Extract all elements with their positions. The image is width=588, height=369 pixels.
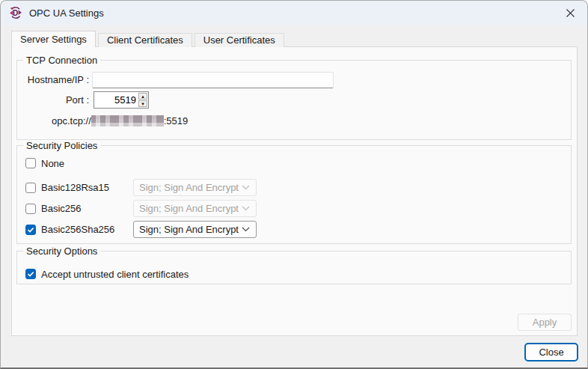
mode-dropdown-basic256sha256[interactable]: Sign; Sign And Encrypt <box>133 221 257 238</box>
window-close-button[interactable] <box>553 1 587 25</box>
accept-untrusted-row: Accept untrusted client certificates <box>25 267 189 281</box>
policy-row-basic256sha256: Basic256Sha256 <box>25 221 114 238</box>
group-security-options: Security Options Accept untrusted client… <box>16 251 572 284</box>
port-input[interactable] <box>94 92 138 108</box>
titlebar: D OPC UA Settings <box>1 1 587 25</box>
checkbox-none[interactable] <box>25 158 36 168</box>
accept-untrusted-label: Accept untrusted client certificates <box>41 269 189 280</box>
endpoint-url-suffix: :5519 <box>164 115 189 126</box>
mode-value: Sign; Sign And Encrypt <box>139 203 239 214</box>
policy-label-none: None <box>41 158 64 169</box>
tab-client-certificates[interactable]: Client Certificates <box>98 33 192 47</box>
window-title: OPC UA Settings <box>29 7 104 19</box>
policy-label-basic256: Basic256 <box>41 203 81 214</box>
spinner-down-button[interactable]: ▼ <box>138 100 147 107</box>
check-icon <box>27 270 34 278</box>
group-security-policies: Security Policies None Basic128Rsa15 Sig… <box>16 145 572 244</box>
arrow-up-icon: ▲ <box>141 94 145 99</box>
tab-user-certificates[interactable]: User Certificates <box>195 33 284 47</box>
chevron-down-icon <box>242 227 250 232</box>
port-spinbox: ▲ ▼ <box>94 91 149 109</box>
endpoint-url: opc.tcp://:5519 <box>52 115 188 127</box>
svg-text:D: D <box>13 9 18 17</box>
chevron-down-icon <box>242 185 250 190</box>
endpoint-url-prefix: opc.tcp:// <box>52 115 91 126</box>
checkbox-basic256sha256[interactable] <box>25 225 36 235</box>
tab-server-settings[interactable]: Server Settings <box>11 31 96 47</box>
port-label: Port : <box>23 91 89 109</box>
apply-button: Apply <box>518 314 572 331</box>
group-tcp-connection: TCP Connection Hostname/IP : Port : ▲ ▼ … <box>16 60 572 140</box>
spinner-up-button[interactable]: ▲ <box>138 93 147 100</box>
mode-dropdown-basic128rsa15: Sign; Sign And Encrypt <box>133 179 257 196</box>
app-icon: D <box>9 6 22 19</box>
security-options-legend: Security Options <box>23 246 100 257</box>
policy-label-basic256sha256: Basic256Sha256 <box>41 224 114 235</box>
tab-strip: Server Settings Client Certificates User… <box>11 31 284 47</box>
port-spinner: ▲ ▼ <box>138 92 148 108</box>
security-policies-legend: Security Policies <box>23 140 100 151</box>
mode-dropdown-basic256: Sign; Sign And Encrypt <box>133 200 257 217</box>
mode-value: Sign; Sign And Encrypt <box>139 182 239 193</box>
check-icon <box>27 226 34 234</box>
policy-row-none: None <box>25 156 64 170</box>
policy-row-basic128rsa15: Basic128Rsa15 <box>25 179 109 196</box>
checkbox-accept-untrusted-certificates[interactable] <box>25 269 36 279</box>
arrow-down-icon: ▼ <box>141 102 145 106</box>
hostname-input[interactable] <box>92 72 334 88</box>
checkbox-basic128rsa15[interactable] <box>25 183 36 193</box>
policy-row-basic256: Basic256 <box>25 200 81 217</box>
server-settings-page: TCP Connection Hostname/IP : Port : ▲ ▼ … <box>11 46 578 336</box>
chevron-down-icon <box>242 206 250 211</box>
mode-value: Sign; Sign And Encrypt <box>139 224 239 235</box>
close-button[interactable]: Close <box>524 343 578 362</box>
tcp-connection-legend: TCP Connection <box>23 55 100 66</box>
endpoint-host-redacted <box>91 115 164 126</box>
close-icon <box>566 8 575 18</box>
hostname-label: Hostname/IP : <box>23 72 89 88</box>
policy-label-basic128rsa15: Basic128Rsa15 <box>41 182 109 193</box>
checkbox-basic256[interactable] <box>25 204 36 214</box>
opc-ua-settings-dialog: D OPC UA Settings Server Settings Client… <box>0 0 588 369</box>
